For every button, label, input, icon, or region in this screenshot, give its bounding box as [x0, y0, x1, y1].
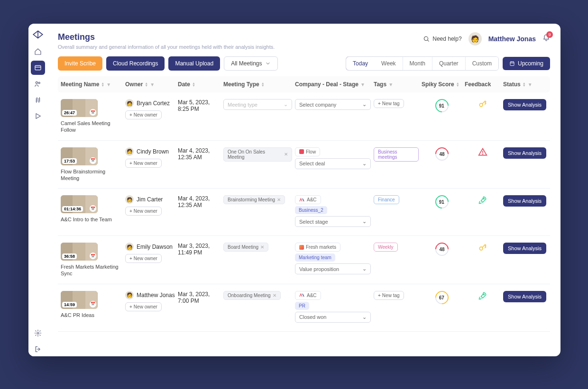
meeting-thumbnail[interactable]: 26:47 📅	[61, 99, 98, 117]
sort-icon[interactable]: ▲▼	[145, 82, 148, 87]
cloud-recordings-button[interactable]: Cloud Recordings	[106, 56, 165, 71]
filter-icon[interactable]: ▼	[106, 82, 111, 87]
feedback-icon-cell[interactable]	[465, 291, 500, 300]
company-chip[interactable]: A&C	[295, 291, 321, 300]
sort-icon[interactable]: ▲▼	[101, 82, 104, 87]
remove-icon[interactable]: ✕	[284, 152, 288, 157]
sidebar-item-people[interactable]	[31, 77, 45, 91]
meeting-type-pill[interactable]: Onboarding Meeting ✕	[223, 291, 281, 300]
sidebar-item-settings[interactable]	[31, 326, 45, 340]
help-text: Need help?	[432, 36, 461, 42]
sort-icon[interactable]: ▲▼	[523, 82, 526, 87]
company-chip[interactable]: Fresh markets	[295, 243, 340, 252]
deal-chip[interactable]: PR	[295, 302, 309, 310]
filter-icon[interactable]: ▼	[360, 82, 365, 87]
calendar-icon: 📅	[90, 301, 96, 308]
chevron-down-icon: ⌄	[362, 161, 367, 167]
remove-icon[interactable]: ✕	[273, 293, 276, 298]
show-analysis-button[interactable]: Show Analysis	[503, 195, 546, 207]
add-owner-button[interactable]: + New owner	[125, 207, 162, 216]
sidebar-item-logout[interactable]	[31, 342, 45, 356]
feedback-icon-cell[interactable]	[465, 147, 500, 157]
meeting-thumbnail[interactable]: 36:58 📅	[61, 243, 98, 261]
user-avatar[interactable]: 🧑	[469, 32, 482, 45]
row-menu-button[interactable]: ⋮	[544, 243, 550, 250]
upcoming-button[interactable]: Upcoming	[503, 57, 550, 70]
show-analysis-button[interactable]: Show Analysis	[503, 243, 546, 254]
company-chip[interactable]: Flow	[295, 147, 320, 156]
show-analysis-button[interactable]: Show Analysis	[503, 99, 546, 110]
meeting-type-select[interactable]: Meeting type ⌄	[223, 99, 292, 110]
th-meeting-name: Meeting Name▲▼▼	[61, 81, 122, 88]
notifications-button[interactable]: 9	[542, 34, 550, 44]
add-owner-button[interactable]: + New owner	[125, 110, 162, 119]
filter-icon[interactable]: ▼	[150, 82, 155, 87]
meeting-thumbnail[interactable]: 14:59 📅	[61, 291, 98, 309]
sidebar-item-hash[interactable]	[31, 93, 45, 107]
segment-custom[interactable]: Custom	[466, 57, 498, 70]
filter-icon[interactable]: ▼	[388, 82, 393, 87]
add-tag-button[interactable]: + New tag	[374, 291, 404, 300]
username[interactable]: Matthew Jonas	[488, 35, 536, 43]
meeting-type-pill[interactable]: Brainstorming Meeting ✕	[223, 195, 285, 204]
deal-chip[interactable]: Marketing team	[295, 253, 335, 262]
segment-month[interactable]: Month	[403, 57, 432, 70]
invite-scribe-button[interactable]: Invite Scribe	[58, 56, 102, 71]
add-owner-button[interactable]: + New owner	[125, 159, 162, 168]
feedback-icon-cell[interactable]	[465, 243, 500, 252]
deal-chip[interactable]: Business_2	[295, 206, 327, 214]
manual-upload-button[interactable]: Manual Upload	[168, 56, 220, 71]
meeting-thumbnail[interactable]: 17:53 📅	[61, 147, 98, 165]
meetings-filter-dropdown[interactable]: All Meetings	[224, 56, 277, 71]
company-chip[interactable]: A&C	[295, 195, 321, 204]
th-status: Status▲▼▼	[503, 81, 541, 88]
add-owner-button[interactable]: + New owner	[125, 302, 162, 311]
spiky-score: 48	[432, 145, 451, 163]
svg-point-20	[483, 199, 484, 199]
filter-icon[interactable]: ▼	[528, 82, 533, 87]
sort-icon[interactable]: ▲▼	[192, 82, 195, 87]
add-tag-button[interactable]: + New tag	[374, 99, 404, 108]
remove-icon[interactable]: ✕	[260, 244, 264, 250]
sidebar-item-meetings[interactable]	[31, 61, 45, 75]
row-menu-button[interactable]: ⋮	[544, 195, 550, 203]
segment-today[interactable]: Today	[346, 56, 375, 71]
stage-select[interactable]: Value proposition ⌄	[295, 263, 371, 274]
meeting-thumbnail[interactable]: 01:14:36 📅	[61, 195, 98, 213]
sort-icon[interactable]: ▲▼	[456, 82, 459, 87]
stage-select[interactable]: Select stage ⌄	[295, 216, 371, 227]
show-analysis-button[interactable]: Show Analysis	[503, 147, 546, 159]
meeting-type-pill[interactable]: One On On Sales Meeting ✕	[223, 147, 292, 162]
segment-week[interactable]: Week	[375, 57, 403, 70]
th-owner: Owner▲▼▼	[125, 81, 175, 88]
company-select[interactable]: Select company ⌄	[295, 99, 371, 110]
row-menu-button[interactable]: ⋮	[544, 99, 550, 107]
owner-name: 🧑Cindy Brown	[125, 147, 175, 156]
deal-select[interactable]: Select deal ⌄	[295, 158, 371, 169]
meeting-title: Camel Sales Meeting Follow	[61, 120, 122, 134]
spiky-score: 67	[432, 288, 451, 307]
help-link[interactable]: Need help?	[423, 36, 461, 42]
tag-chip[interactable]: Weekly	[374, 243, 398, 252]
sort-icon[interactable]: ▲▼	[261, 82, 265, 87]
feedback-icon-cell[interactable]	[465, 195, 500, 205]
row-menu-button[interactable]: ⋮	[544, 291, 550, 299]
add-owner-button[interactable]: + New owner	[125, 254, 162, 263]
row-menu-button[interactable]: ⋮	[544, 147, 550, 155]
tag-chip[interactable]: Business meetings	[374, 147, 419, 162]
show-analysis-button[interactable]: Show Analysis	[503, 291, 546, 302]
feedback-icon-cell[interactable]	[465, 99, 500, 109]
remove-icon[interactable]: ✕	[277, 197, 281, 202]
svg-point-3	[38, 82, 40, 83]
sidebar-item-play[interactable]	[31, 109, 45, 123]
stage-select[interactable]: Closed won ⌄	[295, 312, 371, 323]
sidebar-item-home[interactable]	[31, 45, 45, 59]
meeting-date: Mar 4, 2023,12:35 AM	[178, 147, 220, 161]
owner-name: 🧑Bryan Cortez	[125, 99, 175, 108]
calendar-icon: 📅	[90, 109, 96, 116]
owner-name: 🧑Jim Carter	[125, 195, 175, 204]
segment-quarter[interactable]: Quarter	[432, 57, 466, 70]
meeting-type-pill[interactable]: Board Meeting ✕	[223, 243, 268, 252]
tag-chip[interactable]: Finance	[374, 195, 399, 204]
svg-point-2	[36, 81, 37, 83]
